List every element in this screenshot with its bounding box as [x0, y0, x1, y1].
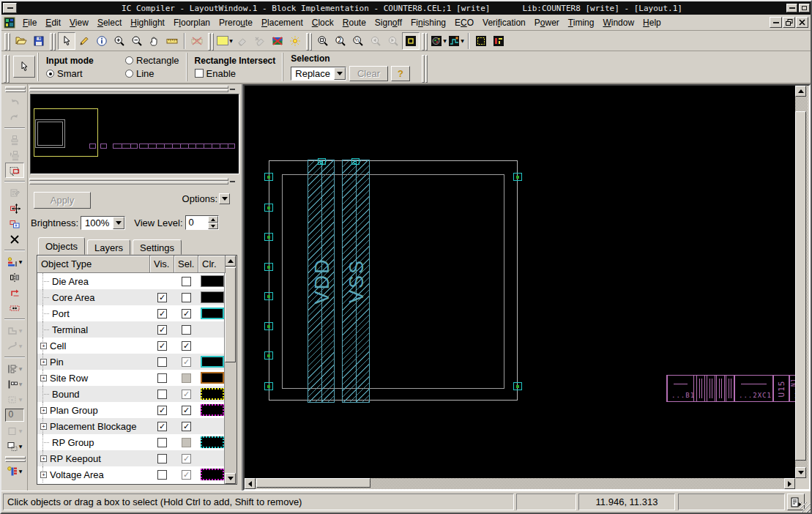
help-button[interactable]: ? [391, 66, 410, 81]
menu-placement[interactable]: Placement [257, 16, 308, 29]
object-row-site-row[interactable]: +Site Row [37, 370, 224, 386]
spin-up-button[interactable] [208, 216, 218, 223]
ruler-button[interactable] [163, 32, 181, 50]
port-marker[interactable] [264, 351, 273, 360]
scrollbar-thumb[interactable] [225, 267, 236, 362]
input-mode-rectangle-radio[interactable]: Rectangle [125, 55, 179, 66]
menu-eco[interactable]: ECO [450, 16, 478, 29]
chevron-down-icon[interactable]: ▼ [461, 38, 464, 43]
dim-button[interactable] [269, 32, 286, 50]
tool-palette-button[interactable]: ▼ [5, 463, 24, 479]
zoom-out-button[interactable] [128, 32, 146, 50]
checkbox[interactable] [157, 438, 167, 447]
checkbox[interactable] [157, 454, 167, 463]
checkbox[interactable] [157, 373, 167, 383]
resize-grip[interactable] [800, 502, 811, 513]
object-row-port[interactable]: Port✓✓ [37, 305, 224, 321]
open-button[interactable] [12, 32, 30, 50]
object-row-placement-blockage[interactable]: +Placement Blockage✓✓ [37, 418, 224, 434]
expand-icon[interactable]: + [40, 423, 47, 430]
edit-tool-button[interactable] [75, 32, 93, 50]
menu-help[interactable]: Help [638, 16, 666, 29]
select-mode-button[interactable] [13, 56, 35, 78]
scroll-up-button[interactable] [795, 86, 806, 97]
chevron-down-icon[interactable]: ▼ [19, 343, 23, 349]
checkbox[interactable] [157, 357, 167, 367]
cell[interactable]: ...2XC1 [734, 376, 773, 401]
object-row-bound[interactable]: Bound✓ [37, 386, 224, 402]
tab-settings[interactable]: Settings [133, 239, 182, 255]
app-icon[interactable] [4, 17, 15, 29]
checkbox[interactable]: ✓ [157, 325, 167, 335]
cell[interactable] [696, 376, 705, 401]
table-scrollbar[interactable] [224, 256, 236, 484]
scroll-left-button[interactable] [245, 478, 256, 489]
select-tool-button[interactable] [58, 32, 75, 50]
overview-minimap[interactable] [30, 94, 239, 174]
toolbar-grip[interactable] [4, 33, 10, 49]
cell[interactable]: ...N1 [789, 376, 795, 401]
snap-mode-button[interactable]: ▼ [5, 376, 24, 392]
column-object-type[interactable]: Object Type [37, 256, 150, 273]
chevron-down-icon[interactable]: ▼ [19, 259, 23, 264]
child-restore-button[interactable] [783, 17, 795, 28]
child-minimize-button[interactable] [770, 17, 782, 28]
column-clr[interactable]: Clr. [198, 256, 226, 273]
scrollbar-thumb[interactable] [795, 111, 806, 461]
input-mode-line-radio[interactable]: Line [125, 68, 154, 79]
stretch-button[interactable] [5, 300, 24, 316]
strap-pin[interactable] [318, 158, 326, 165]
object-row-terminal[interactable]: Terminal✓ [37, 321, 224, 338]
chevron-down-icon[interactable]: ▼ [19, 397, 23, 402]
brightness-dropdown[interactable]: 100% [81, 216, 125, 230]
strap-pin[interactable] [351, 158, 360, 165]
color-swatch[interactable] [201, 436, 224, 448]
checkbox[interactable]: ✓ [182, 422, 191, 431]
view-level-spinner[interactable]: 0 [185, 215, 219, 230]
color-swatch[interactable] [201, 308, 224, 319]
port-marker[interactable] [264, 233, 273, 241]
toolbar-grip[interactable] [422, 33, 428, 49]
toolbar-grip[interactable] [4, 55, 10, 81]
checkbox[interactable]: ✓ [182, 341, 191, 351]
rotate-button[interactable] [5, 285, 24, 300]
checkbox[interactable]: ✓ [157, 309, 167, 319]
menu-floorplan[interactable]: Floorplan [169, 16, 215, 29]
collapse-minimap-button[interactable] [228, 86, 237, 92]
object-edit-button[interactable]: ▼ [5, 361, 24, 376]
chevron-down-icon[interactable]: ▼ [19, 366, 23, 371]
menu-view[interactable]: View [65, 16, 93, 29]
port-marker[interactable] [264, 263, 273, 271]
toolbar-grip[interactable] [306, 33, 312, 49]
move-button[interactable] [5, 201, 24, 216]
expand-icon[interactable]: + [40, 343, 47, 349]
options-dropdown-button[interactable] [219, 193, 230, 204]
input-mode-smart-radio[interactable]: Smart [46, 68, 122, 79]
menu-route[interactable]: Route [338, 16, 370, 29]
toolbar-grip[interactable] [5, 86, 24, 92]
rectangle-intersect-enable-checkbox[interactable]: Enable [195, 68, 236, 79]
object-row-plan-group[interactable]: +Plan Group✓✓ [37, 402, 224, 418]
titlebar-maximize-button[interactable] [799, 4, 810, 12]
zoom-half-button[interactable]: ½ [349, 32, 367, 50]
color-swatch[interactable] [201, 356, 224, 368]
menu-select[interactable]: Select [93, 16, 126, 29]
canvas-vertical-scrollbar[interactable] [795, 86, 808, 478]
expand-view-button[interactable] [472, 32, 490, 50]
chevron-down-icon[interactable]: ▼ [19, 328, 23, 333]
zoom-in-button[interactable] [111, 32, 128, 50]
copy-button[interactable] [5, 216, 24, 231]
toolbar-grip[interactable] [208, 33, 214, 49]
object-row-pin[interactable]: +Pin✓ [37, 354, 224, 370]
chevron-down-icon[interactable] [113, 217, 124, 229]
pan-button[interactable] [146, 32, 163, 50]
chevron-down-icon[interactable]: ▼ [19, 469, 23, 474]
chevron-down-icon[interactable]: ▼ [19, 444, 23, 449]
checkbox[interactable] [182, 277, 191, 286]
port-marker[interactable] [264, 204, 273, 212]
color-swatch[interactable] [201, 372, 224, 384]
color-swatch-button[interactable]: ▼ [216, 32, 234, 50]
child-close-button[interactable] [796, 17, 808, 28]
port-marker[interactable] [513, 382, 522, 390]
checkbox[interactable] [182, 325, 191, 335]
